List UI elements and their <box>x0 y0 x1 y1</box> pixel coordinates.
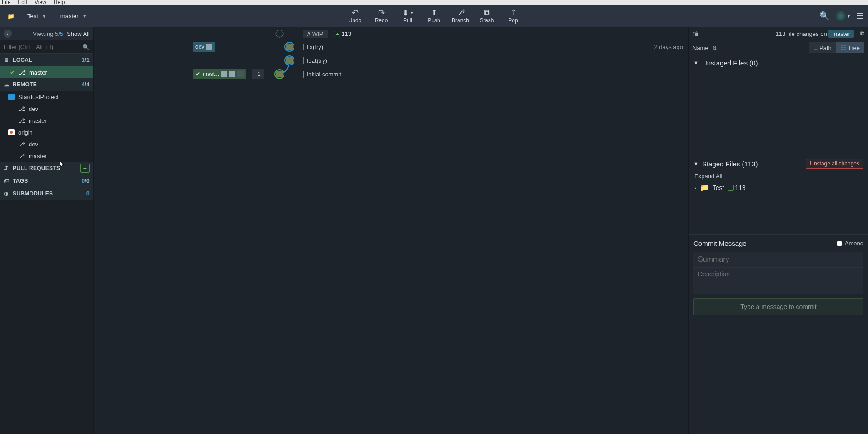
commit-row[interactable]: feat(try) <box>94 54 688 67</box>
tags-header[interactable]: 🏷 TAGS 0/0 <box>0 175 93 187</box>
added-count: +113 <box>728 184 745 191</box>
monitor-icon <box>237 71 244 77</box>
branch-icon: ⎇ <box>18 141 25 148</box>
undo-icon: ↶ <box>352 8 359 17</box>
discard-button[interactable]: 🗑 <box>693 30 699 37</box>
check-icon: ✔ <box>10 69 15 76</box>
topbar: 📁 Test ▾ master ▾ ↶Undo ↷Redo ⬇▾Pull ⬆Pu… <box>0 5 868 27</box>
expand-all-button[interactable]: Expand All <box>689 171 868 181</box>
summary-input[interactable] <box>693 252 863 267</box>
commit-graph[interactable]: // WIP +113 dev fix(try) 2 days ago feat… <box>94 27 688 434</box>
view-path-button[interactable]: ≡Path <box>809 42 836 53</box>
add-pr-button[interactable]: + <box>80 164 90 173</box>
staged-folder[interactable]: › 📁 Test +113 <box>689 181 868 194</box>
changes-summary: 113 file changes on master <box>776 30 854 37</box>
popout-button[interactable]: ⧉ <box>860 30 864 37</box>
profile-menu[interactable]: ▾ <box>836 11 850 21</box>
remote-host-origin[interactable]: origin <box>0 126 93 138</box>
upload-icon: ⬆ <box>431 8 438 17</box>
stash-button[interactable]: ⧉Stash <box>475 6 499 25</box>
unstaged-area[interactable] <box>689 70 868 156</box>
commit-message: feat(try) <box>303 57 327 64</box>
commit-row[interactable]: ✔mast... +1 Initial commit <box>94 67 688 81</box>
branch-pill-master[interactable]: ✔mast... <box>193 69 246 79</box>
show-all-button[interactable]: Show All <box>67 30 90 37</box>
filter-input[interactable] <box>4 44 82 50</box>
unstage-all-button[interactable]: Unstage all changes <box>806 159 863 169</box>
monitor-icon: 🖥 <box>4 57 10 63</box>
caret-down-icon: ▾ <box>43 13 46 20</box>
staged-area[interactable]: Expand All › 📁 Test +113 <box>689 171 868 234</box>
remote-origin-dev[interactable]: ⎇dev <box>0 138 93 150</box>
branch-icon: ⎇ <box>18 105 25 112</box>
left-panel: ‹ Viewing 5/5 Show All 🔍 🖥 LOCAL 1/1 ✔ ⎇… <box>0 27 94 434</box>
check-icon: ✔ <box>195 71 200 77</box>
search-button[interactable]: 🔍 <box>819 11 829 21</box>
repo-tab-label: Test <box>27 13 38 20</box>
push-button[interactable]: ⬆Push <box>422 6 446 25</box>
triangle-down-icon: ▼ <box>693 60 698 65</box>
sort-name-button[interactable]: Name ⇅ <box>693 45 717 51</box>
commit-row[interactable]: dev fix(try) 2 days ago <box>94 40 688 54</box>
redo-button[interactable]: ↷Redo <box>369 6 393 25</box>
tree-icon: ☷ <box>841 45 846 51</box>
cloud-icon: ☁ <box>4 81 10 88</box>
staged-header[interactable]: ▼Staged Files (113) Unstage all changes <box>689 156 868 171</box>
os-menubar[interactable]: File Edit View Help <box>0 0 868 5</box>
amend-checkbox[interactable]: Amend <box>837 240 863 247</box>
commit-message: Initial commit <box>303 71 341 78</box>
chevron-right-icon: › <box>694 185 696 190</box>
unstaged-header[interactable]: ▼Unstaged Files (0) <box>689 55 868 70</box>
hamburger-menu[interactable]: ☰ <box>856 11 863 21</box>
stash-icon: ⧉ <box>484 8 490 17</box>
remote-origin-master[interactable]: ⎇master <box>0 150 93 162</box>
local-section-header[interactable]: 🖥 LOCAL 1/1 <box>0 54 93 66</box>
main-toolbar: ↶Undo ↷Redo ⬇▾Pull ⬆Push ⎇Branch ⧉Stash … <box>343 6 525 25</box>
caret-down-icon: ▾ <box>83 13 86 20</box>
branch-tab[interactable]: master ▾ <box>53 7 94 25</box>
submodules-header[interactable]: ◑ SUBMODULES 0 <box>0 187 93 200</box>
branch-icon: ⎇ <box>456 8 465 17</box>
folder-icon: 📁 <box>700 183 709 192</box>
branch-pill-dev[interactable]: dev <box>193 42 215 52</box>
submodule-icon: ◑ <box>4 190 10 197</box>
branch-button[interactable]: ⎇Branch <box>449 6 472 25</box>
description-input[interactable] <box>693 267 863 294</box>
repo-tab[interactable]: Test ▾ <box>20 7 53 25</box>
local-branch-master[interactable]: ✔ ⎇ master <box>0 66 93 78</box>
branch-icon: ⎇ <box>19 69 25 76</box>
sort-icon: ⇅ <box>711 45 717 51</box>
pop-button[interactable]: ⤴Pop <box>501 6 525 25</box>
download-icon: ⬇ <box>402 8 409 17</box>
caret-down-icon: ▾ <box>411 10 413 15</box>
pull-requests-header[interactable]: ⇵ PULL REQUESTS + <box>0 162 93 175</box>
triangle-down-icon: ▼ <box>693 161 698 166</box>
wip-count: +113 <box>334 30 351 37</box>
avatar-icon <box>229 71 235 77</box>
commit-time: 2 days ago <box>654 44 683 50</box>
avatar-icon <box>836 11 846 21</box>
branch-pill-extra[interactable]: +1 <box>252 69 264 79</box>
remote-host-stardust[interactable]: StardustProject <box>0 91 93 103</box>
view-tree-button[interactable]: ☷Tree <box>836 42 864 53</box>
folder-icon: 📁 <box>7 13 15 20</box>
wip-label[interactable]: // WIP <box>303 30 328 38</box>
commit-button[interactable]: Type a message to commit <box>693 298 863 315</box>
pull-button[interactable]: ⬇▾Pull <box>396 6 419 25</box>
back-button[interactable]: ‹ <box>4 30 12 38</box>
redo-icon: ↷ <box>378 8 385 17</box>
caret-down-icon: ▾ <box>848 14 850 19</box>
wip-node[interactable] <box>275 30 284 38</box>
open-repo-button[interactable]: 📁 <box>2 7 20 25</box>
commit-node[interactable] <box>284 42 294 52</box>
pr-icon: ⇵ <box>4 165 10 171</box>
search-icon[interactable]: 🔍 <box>82 44 90 50</box>
remote-branch-master[interactable]: ⎇master <box>0 115 93 126</box>
remote-branch-dev[interactable]: ⎇dev <box>0 103 93 115</box>
commit-node[interactable] <box>274 69 284 79</box>
remote-section-header[interactable]: ☁ REMOTE 4/4 <box>0 78 93 91</box>
tag-icon: 🏷 <box>4 178 10 184</box>
commit-message-label: Commit Message <box>693 239 747 247</box>
commit-node[interactable] <box>284 55 294 65</box>
undo-button[interactable]: ↶Undo <box>343 6 367 25</box>
